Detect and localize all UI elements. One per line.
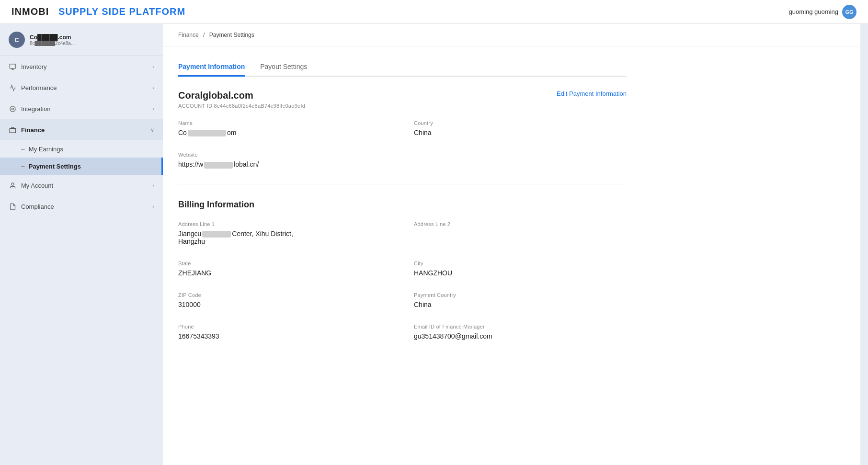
zip-country-grid: ZIP Code 310000 Payment Country China <box>178 292 627 308</box>
name-label: Name <box>178 120 391 126</box>
breadcrumb: Finance / Payment Settings <box>163 24 860 46</box>
svg-point-4 <box>10 106 15 111</box>
email-label: Email ID of Finance Manager <box>414 324 627 329</box>
compliance-chevron: › <box>152 204 154 209</box>
sidebar-item-performance[interactable]: Performance › <box>0 77 163 98</box>
state-label: State <box>178 261 391 266</box>
field-name: Name Coom <box>178 120 391 136</box>
zip-value: 310000 <box>178 301 391 308</box>
performance-icon <box>9 84 16 91</box>
field-city: City HANGZHOU <box>414 261 627 277</box>
my-account-icon <box>9 181 16 189</box>
state-value: ZHEJIANG <box>178 269 391 277</box>
sidebar: C Co█████.com 8c██████2c4e8a... Inventor… <box>0 24 163 465</box>
city-value: HANGZHOU <box>414 269 627 277</box>
field-phone: Phone 16675343393 <box>178 324 391 340</box>
breadcrumb-current: Payment Settings <box>209 32 254 38</box>
phone-label: Phone <box>178 324 391 329</box>
sidebar-item-finance-label: Finance <box>21 126 45 134</box>
field-website: Website https://wlobal.cn/ <box>178 152 391 168</box>
sidebar-item-compliance[interactable]: Compliance › <box>0 196 163 217</box>
sidebar-item-inventory[interactable]: Inventory › <box>0 56 163 77</box>
field-country: Country China <box>414 120 627 136</box>
main-content: Finance / Payment Settings Payment Infor… <box>163 24 860 465</box>
sidebar-item-payment-settings[interactable]: – Payment Settings <box>0 158 163 175</box>
sidebar-item-finance[interactable]: Finance ∨ <box>0 119 163 140</box>
tab-payout-settings[interactable]: Payout Settings <box>260 58 307 77</box>
earnings-dash: – <box>21 145 25 153</box>
payment-country-label: Payment Country <box>414 292 627 298</box>
svg-rect-5 <box>10 128 16 133</box>
tab-payment-information[interactable]: Payment Information <box>178 58 245 77</box>
sidebar-item-earnings-label: My Earnings <box>29 146 63 153</box>
section-header: Coralglobal.com ACCOUNT ID 8c44c68a0f2c4… <box>178 90 627 109</box>
website-grid: Website https://wlobal.cn/ <box>178 152 627 168</box>
finance-chevron: ∨ <box>150 127 154 133</box>
country-label: Country <box>414 120 627 126</box>
sidebar-item-performance-label: Performance <box>21 84 57 91</box>
sidebar-item-compliance-label: Compliance <box>21 203 54 210</box>
logo: INMOBI SUPPLY SIDE PLATFORM <box>11 6 185 17</box>
sidebar-item-integration-label: Integration <box>21 105 50 113</box>
field-payment-country: Payment Country China <box>414 292 627 308</box>
address1-label: Address Line 1 <box>178 221 391 227</box>
name-country-grid: Name Coom Country China <box>178 120 627 136</box>
field-state: State ZHEJIANG <box>178 261 391 277</box>
name-value: Coom <box>178 129 391 136</box>
city-label: City <box>414 261 627 266</box>
user-name: guoming guoming <box>789 8 838 15</box>
svg-point-3 <box>11 108 13 110</box>
content-area: Payment Information Payout Settings Cora… <box>163 46 642 367</box>
phone-email-grid: Phone 16675343393 Email ID of Finance Ma… <box>178 324 627 340</box>
phone-value: 16675343393 <box>178 332 391 340</box>
integration-icon <box>9 105 16 113</box>
sidebar-item-my-account[interactable]: My Account › <box>0 175 163 196</box>
email-value: gu351438700@gmail.com <box>414 332 627 340</box>
layout: C Co█████.com 8c██████2c4e8a... Inventor… <box>0 24 868 465</box>
sidebar-item-my-earnings[interactable]: – My Earnings <box>0 140 163 158</box>
field-address2: Address Line 2 <box>414 221 627 245</box>
account-info: Co█████.com 8c██████2c4e8a... <box>30 34 154 46</box>
user-avatar: GG <box>842 5 857 19</box>
address1-value: JiangcuCenter, Xihu District,Hangzhu <box>178 230 391 245</box>
inventory-chevron: › <box>152 64 154 69</box>
account-block[interactable]: C Co█████.com 8c██████2c4e8a... <box>0 24 163 56</box>
top-header: INMOBI SUPPLY SIDE PLATFORM guoming guom… <box>0 0 868 24</box>
zip-label: ZIP Code <box>178 292 391 298</box>
field-email: Email ID of Finance Manager gu351438700@… <box>414 324 627 340</box>
sidebar-item-payment-label: Payment Settings <box>29 163 81 170</box>
finance-icon <box>9 126 16 134</box>
address-grid: Address Line 1 JiangcuCenter, Xihu Distr… <box>178 221 627 245</box>
integration-chevron: › <box>152 106 154 112</box>
tabs: Payment Information Payout Settings <box>178 58 627 77</box>
address2-label: Address Line 2 <box>414 221 627 227</box>
account-id-sidebar: 8c██████2c4e8a... <box>30 41 154 46</box>
user-area[interactable]: guoming guoming GG <box>789 5 857 19</box>
payment-country-value: China <box>414 301 627 308</box>
state-city-grid: State ZHEJIANG City HANGZHOU <box>178 261 627 277</box>
scrollbar-area <box>860 24 868 465</box>
website-label: Website <box>178 152 391 158</box>
edit-payment-button[interactable]: Edit Payment Information <box>557 90 627 97</box>
logo-ssp: SUPPLY SIDE PLATFORM <box>58 6 185 17</box>
billing-heading: Billing Information <box>178 196 627 210</box>
breadcrumb-parent[interactable]: Finance <box>178 32 199 38</box>
field-zip: ZIP Code 310000 <box>178 292 391 308</box>
payment-dash: – <box>21 162 25 170</box>
svg-rect-0 <box>10 64 16 68</box>
svg-point-6 <box>11 182 14 185</box>
billing-divider <box>178 184 627 184</box>
sidebar-item-account-label: My Account <box>21 182 53 189</box>
compliance-icon <box>9 203 16 210</box>
country-value: China <box>414 129 627 136</box>
inventory-icon <box>9 63 16 70</box>
company-name: Coralglobal.com <box>178 90 305 101</box>
company-account-id: ACCOUNT ID 8c44c68a0f2c4e8aB74c98lfc0ao9… <box>178 103 305 109</box>
account-chevron: › <box>152 182 154 188</box>
account-name: Co█████.com <box>30 34 154 41</box>
website-value: https://wlobal.cn/ <box>178 160 391 168</box>
breadcrumb-separator: / <box>203 32 205 38</box>
logo-inmobi: INMOBI <box>11 6 49 17</box>
sidebar-item-integration[interactable]: Integration › <box>0 98 163 119</box>
account-avatar: C <box>9 32 25 48</box>
